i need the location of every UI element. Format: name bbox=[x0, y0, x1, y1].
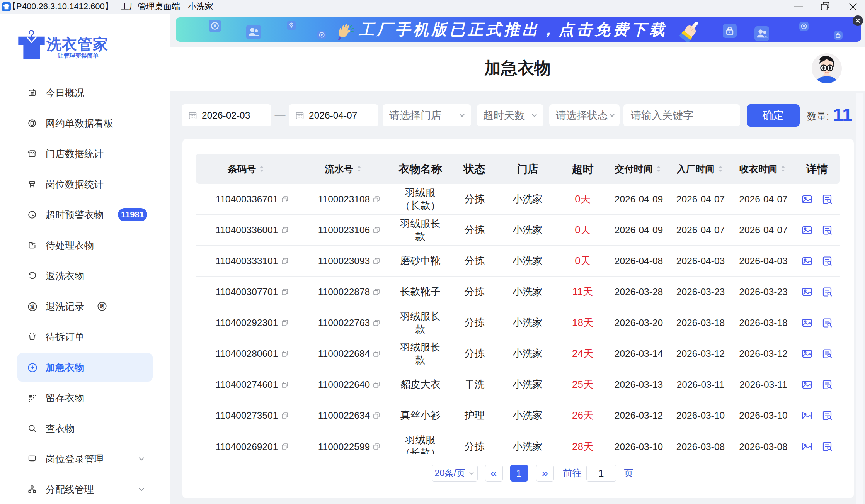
svg-text:退: 退 bbox=[30, 304, 35, 309]
svg-text:退: 退 bbox=[99, 304, 104, 309]
